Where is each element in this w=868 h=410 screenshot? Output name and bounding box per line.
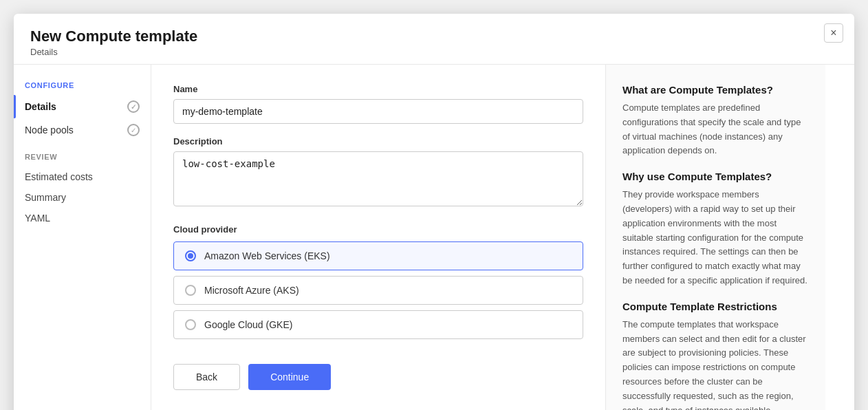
cloud-option-aws-label: Amazon Web Services (EKS) (204, 250, 330, 261)
sidebar-item-estimated-costs[interactable]: Estimated costs (14, 166, 151, 187)
modal-subtitle: Details (30, 47, 838, 57)
radio-azure-icon (185, 285, 196, 296)
sidebar-item-node-pools-label: Node pools (25, 125, 122, 136)
close-button[interactable]: × (824, 23, 843, 43)
summary-label: Summary (25, 192, 66, 203)
details-check-icon: ✓ (127, 100, 140, 113)
configure-label: CONFIGURE (14, 81, 151, 95)
help-text-3: The compute templates that workspace mem… (622, 318, 809, 410)
description-label: Description (173, 136, 583, 147)
sidebar-item-summary[interactable]: Summary (14, 187, 151, 208)
cloud-option-gcp-label: Google Cloud (GKE) (204, 319, 292, 330)
main-content: Name Description Cloud provider Amazon W… (151, 65, 605, 410)
help-panel: What are Compute Templates? Compute temp… (605, 65, 825, 410)
sidebar: CONFIGURE Details ✓ Node pools ✓ REVIEW … (14, 65, 151, 410)
cloud-option-aws[interactable]: Amazon Web Services (EKS) (173, 241, 583, 270)
help-title-3: Compute Template Restrictions (622, 301, 809, 312)
help-title-2: Why use Compute Templates? (622, 171, 809, 182)
modal-title: New Compute template (30, 28, 838, 45)
review-label: REVIEW (14, 142, 151, 166)
node-pools-check-icon: ✓ (127, 124, 140, 136)
modal-body: CONFIGURE Details ✓ Node pools ✓ REVIEW … (14, 65, 854, 410)
name-input[interactable] (173, 99, 583, 124)
yaml-label: YAML (25, 213, 50, 224)
cloud-provider-label: Cloud provider (173, 224, 583, 235)
radio-gcp-icon (185, 319, 196, 330)
back-button[interactable]: Back (173, 364, 240, 390)
button-row: Back Continue (173, 364, 583, 390)
cloud-provider-section: Cloud provider Amazon Web Services (EKS)… (173, 224, 583, 339)
cloud-option-azure-label: Microsoft Azure (AKS) (204, 285, 299, 296)
help-text-1: Compute templates are predefined configu… (622, 101, 809, 158)
cloud-option-azure[interactable]: Microsoft Azure (AKS) (173, 276, 583, 305)
cloud-option-gcp[interactable]: Google Cloud (GKE) (173, 310, 583, 339)
sidebar-item-yaml[interactable]: YAML (14, 208, 151, 228)
modal-header: New Compute template Details × (14, 14, 854, 65)
radio-aws-icon (185, 250, 196, 261)
help-text-2: They provide workspace members (develope… (622, 188, 809, 288)
description-input[interactable] (173, 151, 583, 206)
sidebar-item-node-pools[interactable]: Node pools ✓ (14, 118, 151, 142)
continue-button[interactable]: Continue (248, 364, 331, 390)
help-title-1: What are Compute Templates? (622, 84, 809, 96)
sidebar-item-details[interactable]: Details ✓ (14, 95, 151, 118)
estimated-costs-label: Estimated costs (25, 171, 93, 182)
modal: New Compute template Details × CONFIGURE… (14, 14, 854, 410)
sidebar-item-details-label: Details (25, 101, 122, 112)
name-label: Name (173, 84, 583, 94)
